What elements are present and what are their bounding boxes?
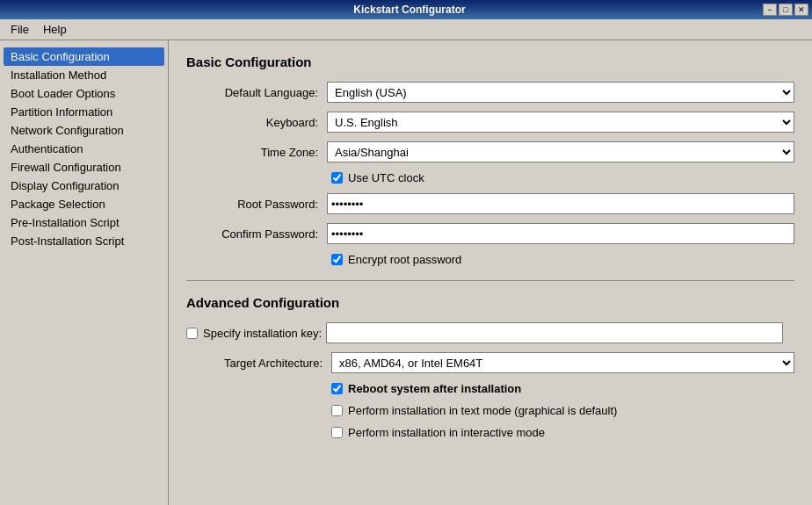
window-title: Kickstart Configurator (56, 4, 763, 16)
encrypt-password-label: Encrypt root password (348, 253, 461, 266)
target-architecture-row: Target Architecture: x86, AMD64, or Inte… (186, 352, 794, 373)
target-architecture-control: x86, AMD64, or Intel EM64T (331, 352, 794, 373)
root-password-label: Root Password: (186, 198, 327, 211)
menu-help[interactable]: Help (36, 21, 74, 38)
sidebar-item-installation-method[interactable]: Installation Method (4, 66, 164, 84)
confirm-password-control (327, 223, 794, 244)
close-button[interactable]: ✕ (794, 4, 808, 16)
time-zone-control: Asia/Shanghai (327, 141, 794, 162)
content-area: Basic Configuration Default Language: En… (169, 40, 812, 505)
window-controls[interactable]: − □ ✕ (763, 4, 808, 16)
root-password-control (327, 193, 794, 214)
installation-key-label: Specify installation key: (203, 327, 326, 340)
sidebar-item-firewall-configuration[interactable]: Firewall Configuration (4, 158, 164, 177)
text-mode-label: Perform installation in text mode (graph… (348, 404, 617, 417)
sidebar-item-display-configuration[interactable]: Display Configuration (4, 177, 164, 195)
sidebar-item-post-installation-script[interactable]: Post-Installation Script (4, 232, 164, 250)
default-language-control: English (USA) (327, 82, 794, 103)
root-password-input[interactable] (327, 193, 794, 214)
keyboard-control: U.S. English (327, 112, 794, 133)
sidebar: Basic Configuration Installation Method … (0, 40, 169, 505)
confirm-password-row: Confirm Password: (186, 223, 794, 244)
target-architecture-select[interactable]: x86, AMD64, or Intel EM64T (331, 352, 794, 373)
advanced-config-title: Advanced Configuration (186, 295, 794, 310)
maximize-button[interactable]: □ (779, 4, 793, 16)
keyboard-label: Keyboard: (186, 116, 327, 129)
main-container: Basic Configuration Installation Method … (0, 40, 812, 505)
default-language-label: Default Language: (186, 86, 327, 99)
utc-clock-checkbox[interactable] (331, 172, 343, 184)
sidebar-item-authentication[interactable]: Authentication (4, 140, 164, 158)
basic-config-title: Basic Configuration (186, 54, 794, 69)
sidebar-item-partition-information[interactable]: Partition Information (4, 103, 164, 121)
confirm-password-input[interactable] (327, 223, 794, 244)
utc-clock-label: Use UTC clock (348, 171, 424, 184)
time-zone-label: Time Zone: (186, 146, 327, 159)
reboot-system-checkbox[interactable] (331, 383, 343, 394)
keyboard-row: Keyboard: U.S. English (186, 112, 794, 133)
interactive-mode-checkbox[interactable] (331, 427, 343, 438)
minimize-button[interactable]: − (763, 4, 777, 16)
sidebar-item-boot-loader-options[interactable]: Boot Loader Options (4, 84, 164, 103)
installation-key-row: Specify installation key: (186, 322, 794, 343)
interactive-mode-row: Perform installation in interactive mode (186, 426, 794, 439)
installation-key-input[interactable] (326, 322, 783, 343)
sidebar-item-network-configuration[interactable]: Network Configuration (4, 121, 164, 140)
text-mode-row: Perform installation in text mode (graph… (186, 404, 794, 417)
utc-clock-row: Use UTC clock (186, 171, 794, 184)
encrypt-password-checkbox[interactable] (331, 254, 343, 265)
installation-key-checkbox[interactable] (186, 328, 198, 339)
menu-file[interactable]: File (4, 21, 36, 38)
target-architecture-label: Target Architecture: (186, 357, 331, 370)
text-mode-checkbox[interactable] (331, 405, 343, 416)
menu-bar: File Help (0, 19, 812, 40)
title-bar: Kickstart Configurator − □ ✕ (0, 0, 812, 19)
keyboard-select[interactable]: U.S. English (327, 112, 794, 133)
sidebar-item-basic-configuration[interactable]: Basic Configuration (4, 47, 164, 66)
confirm-password-label: Confirm Password: (186, 227, 327, 241)
installation-key-input-wrapper (326, 322, 783, 343)
default-language-row: Default Language: English (USA) (186, 82, 794, 103)
root-password-row: Root Password: (186, 193, 794, 214)
reboot-system-row: Reboot system after installation (186, 382, 794, 395)
reboot-system-label: Reboot system after installation (348, 382, 521, 395)
time-zone-select[interactable]: Asia/Shanghai (327, 141, 794, 162)
interactive-mode-label: Perform installation in interactive mode (348, 426, 545, 439)
time-zone-row: Time Zone: Asia/Shanghai (186, 141, 794, 162)
encrypt-password-row: Encrypt root password (186, 253, 794, 266)
section-divider (186, 280, 794, 281)
sidebar-item-pre-installation-script[interactable]: Pre-Installation Script (4, 213, 164, 232)
default-language-select[interactable]: English (USA) (327, 82, 794, 103)
sidebar-item-package-selection[interactable]: Package Selection (4, 195, 164, 213)
